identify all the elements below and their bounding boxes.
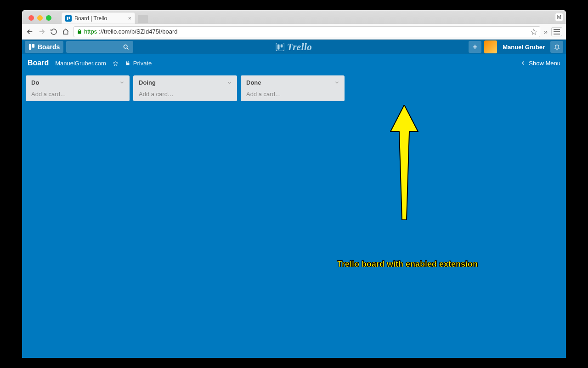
- list: Doing Add a card…: [133, 75, 237, 101]
- list-menu-icon[interactable]: [334, 80, 340, 86]
- svg-rect-4: [29, 44, 31, 50]
- lock-icon: [125, 60, 130, 66]
- browser-menu-icon[interactable]: [551, 27, 562, 36]
- list-menu-icon[interactable]: [226, 80, 232, 86]
- address-bar[interactable]: https://trello.com/b/SZId475I/board: [74, 26, 540, 37]
- annotation-arrow-icon: [388, 105, 420, 220]
- svg-rect-8: [277, 44, 280, 49]
- url-protocol: https: [84, 28, 97, 35]
- board-bar: Board ManuelGruber.com Private Show Menu: [22, 54, 566, 72]
- show-menu-button[interactable]: Show Menu: [520, 60, 560, 67]
- create-button[interactable]: [469, 41, 481, 53]
- new-tab-button[interactable]: [138, 15, 148, 23]
- boards-label: Boards: [38, 43, 60, 51]
- browser-window: Board | Trello × M https://trello.com/b/…: [22, 10, 566, 358]
- list-title[interactable]: Doing: [139, 79, 156, 86]
- show-menu-label: Show Menu: [529, 60, 560, 67]
- trello-header: Boards Trello Manuel Gruber: [22, 40, 566, 54]
- home-button[interactable]: [62, 28, 70, 36]
- window-controls: [25, 12, 55, 24]
- list: Do Add a card…: [26, 75, 130, 101]
- visibility-label: Private: [133, 60, 152, 67]
- user-name[interactable]: Manuel Gruber: [500, 44, 548, 51]
- browser-tab-strip: Board | Trello × M: [22, 10, 566, 24]
- window-maximize-button[interactable]: [46, 15, 51, 21]
- notifications-button[interactable]: [550, 41, 563, 53]
- trello-favicon-icon: [65, 15, 72, 22]
- reload-button[interactable]: [50, 28, 58, 36]
- list-title[interactable]: Done: [246, 79, 261, 86]
- boards-icon: [28, 44, 35, 50]
- bookmark-star-icon[interactable]: [531, 29, 537, 35]
- tab-title: Board | Trello: [74, 15, 107, 22]
- trello-logo[interactable]: Trello: [276, 41, 312, 53]
- svg-rect-0: [66, 16, 71, 21]
- search-icon: [123, 44, 130, 51]
- tab-close-icon[interactable]: ×: [128, 15, 131, 21]
- url-path: ://trello.com/b/SZId475I/board: [99, 28, 177, 35]
- board-name[interactable]: Board: [28, 59, 49, 67]
- profile-badge[interactable]: M: [555, 13, 563, 21]
- star-board-button[interactable]: [113, 60, 119, 66]
- list-menu-icon[interactable]: [119, 80, 125, 86]
- svg-rect-1: [67, 17, 68, 20]
- extensions-overflow-icon[interactable]: »: [544, 28, 548, 35]
- plus-icon: [472, 44, 478, 50]
- search-button[interactable]: [66, 41, 133, 53]
- list-title[interactable]: Do: [31, 79, 39, 86]
- board-canvas[interactable]: Do Add a card… Doing Add a card… Done: [22, 72, 566, 358]
- user-avatar[interactable]: [484, 40, 497, 53]
- boards-button[interactable]: Boards: [25, 41, 63, 53]
- lock-icon: [77, 29, 82, 34]
- svg-rect-2: [69, 17, 70, 18]
- trello-logo-text: Trello: [287, 41, 312, 53]
- window-close-button[interactable]: [28, 15, 34, 21]
- svg-rect-7: [276, 43, 284, 51]
- add-card-button[interactable]: Add a card…: [243, 89, 342, 98]
- window-minimize-button[interactable]: [37, 15, 43, 21]
- add-card-button[interactable]: Add a card…: [136, 89, 234, 98]
- list: Done Add a card…: [241, 75, 345, 101]
- chevron-left-icon: [520, 60, 526, 66]
- visibility-button[interactable]: Private: [125, 60, 152, 67]
- star-icon: [113, 60, 119, 66]
- svg-rect-5: [32, 44, 34, 48]
- forward-button[interactable]: [38, 28, 46, 36]
- address-actions: [531, 29, 537, 35]
- back-button[interactable]: [26, 28, 34, 36]
- bell-icon: [554, 44, 560, 51]
- trello-logo-icon: [276, 43, 284, 51]
- svg-rect-9: [281, 44, 283, 47]
- svg-point-6: [124, 45, 128, 48]
- add-card-button[interactable]: Add a card…: [28, 89, 127, 98]
- team-name[interactable]: ManuelGruber.com: [55, 60, 106, 67]
- browser-toolbar: https://trello.com/b/SZId475I/board »: [22, 24, 566, 40]
- annotation-caption: Trello board with enabled extension: [337, 259, 478, 269]
- browser-tab[interactable]: Board | Trello ×: [62, 12, 135, 24]
